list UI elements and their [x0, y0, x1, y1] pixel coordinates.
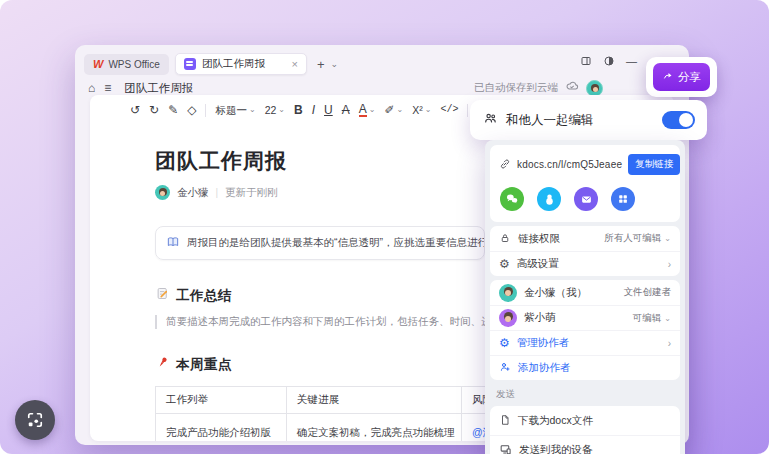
share-button-label: 分享 — [678, 70, 701, 85]
share-link-url[interactable]: kdocs.cn/l/cmQ5Jeaee — [517, 159, 622, 170]
user-avatar[interactable] — [586, 80, 603, 97]
coedit-card: 和他人一起编辑 — [470, 100, 707, 140]
coedit-toggle[interactable] — [662, 111, 695, 129]
share-apps-row — [490, 179, 680, 222]
theme-icon[interactable] — [603, 55, 615, 67]
member-role-dropdown[interactable]: 可编辑⌄ — [633, 312, 671, 325]
email-icon[interactable] — [574, 187, 598, 211]
member-name: 金小獴（我） — [524, 286, 587, 300]
share-arrow-icon — [662, 70, 674, 84]
table-header-cell: 工作列举 — [156, 387, 287, 414]
wps-office-tab-label: WPS Office — [108, 59, 160, 70]
desktop-background: W WPS Office 团队工作周报 × + ⌄ — [0, 0, 769, 454]
file-icon — [499, 414, 511, 428]
send-to-device-row[interactable]: 发送到我的设备 — [490, 435, 680, 454]
split-view-icon[interactable] — [580, 55, 592, 67]
send-section-label: 发送 — [496, 388, 680, 401]
chevron-down-icon: ⌄ — [664, 314, 671, 323]
minimize-button[interactable]: — — [626, 55, 637, 67]
member-avatar — [499, 309, 517, 327]
underline-button[interactable]: U — [324, 104, 333, 116]
link-icon — [499, 156, 511, 174]
chevron-right-icon: › — [668, 259, 671, 270]
superscript-dropdown[interactable]: X²⌄ — [412, 105, 431, 116]
code-format-button[interactable]: </> — [440, 105, 458, 115]
advanced-label: 高级设置 — [517, 257, 559, 271]
author-avatar — [155, 185, 170, 200]
advanced-settings-row[interactable]: ⚙ 高级设置 › — [490, 251, 680, 276]
member-avatar — [499, 284, 517, 302]
highlight-dropdown[interactable]: ✐⌄ — [384, 104, 403, 116]
device-icon — [499, 443, 512, 454]
document-tab[interactable]: 团队工作周报 × — [175, 53, 307, 75]
doc-table[interactable]: 工作列举 关键进展 风险与 完成产品功能介绍初版 确定文案初稿，完成亮点功能梳理… — [155, 386, 488, 441]
permission-card: 链接权限 所有人可编辑⌄ ⚙ 高级设置 › — [490, 226, 680, 276]
hamburger-menu-icon[interactable]: ≡ — [104, 81, 111, 95]
members-card: 金小獴（我） 文件创建者 紫小萌 可编辑⌄ ⚙ 管理协作者 › — [490, 280, 680, 380]
format-painter-icon[interactable]: ✎ — [168, 104, 178, 116]
lock-icon — [499, 232, 511, 246]
link-row: kdocs.cn/l/cmQ5Jeaee 复制链接 — [490, 145, 680, 179]
home-icon[interactable]: ⌂ — [88, 81, 95, 95]
chevron-down-icon: ⌄ — [249, 106, 256, 114]
paragraph-style-dropdown[interactable]: 标题一⌄ — [215, 105, 255, 116]
screenshot-button[interactable] — [15, 400, 55, 440]
autosave-status: 已自动保存到云端 — [474, 81, 558, 95]
link-permission-row[interactable]: 链接权限 所有人可编辑⌄ — [490, 226, 680, 251]
section-title: 工作总结 — [176, 287, 232, 305]
section-title: 本周重点 — [176, 356, 232, 374]
clear-format-icon[interactable]: ◇ — [187, 104, 196, 116]
manage-collaborators-row[interactable]: ⚙ 管理协作者 › — [490, 330, 680, 355]
person-plus-icon — [499, 361, 511, 375]
byline-divider: | — [216, 187, 219, 198]
copy-link-button[interactable]: 复制链接 — [628, 154, 680, 175]
updated-time: 更新于刚刚 — [225, 186, 278, 200]
tab-bar: W WPS Office 团队工作周报 × + ⌄ — [75, 45, 689, 75]
memo-icon — [155, 286, 170, 305]
pushpin-icon — [155, 355, 170, 374]
permission-label: 链接权限 — [518, 232, 560, 246]
doc-callout: 周报目的是给团队提供最基本的“信息透明”，应挑选重要信息进行阐述 — [155, 226, 485, 260]
tab-list-chevron-icon[interactable]: ⌄ — [330, 59, 338, 69]
download-docx-row[interactable]: 下载为docx文件 — [490, 406, 680, 435]
redo-icon[interactable]: ↻ — [149, 104, 159, 116]
close-tab-icon[interactable]: × — [291, 58, 297, 70]
undo-icon[interactable]: ↺ — [130, 104, 140, 116]
wechat-icon[interactable] — [500, 187, 524, 211]
add-collaborator-row[interactable]: 添加协作者 — [490, 355, 680, 380]
link-card: kdocs.cn/l/cmQ5Jeaee 复制链接 — [490, 145, 680, 222]
download-docx-label: 下载为docx文件 — [518, 414, 593, 428]
bold-button[interactable]: B — [294, 104, 303, 116]
chevron-right-icon: › — [668, 338, 671, 349]
member-row-editor[interactable]: 紫小萌 可编辑⌄ — [490, 305, 680, 330]
italic-button[interactable]: I — [312, 104, 315, 116]
callout-text: 周报目的是给团队提供最基本的“信息透明”，应挑选重要信息进行阐述 — [187, 236, 485, 250]
share-button[interactable]: 分享 — [653, 63, 710, 91]
doc-table-wrap: 工作列举 关键进展 风险与 完成产品功能介绍初版 确定文案初稿，完成亮点功能梳理… — [155, 386, 488, 441]
table-cell: 完成产品功能介绍初版 — [156, 414, 287, 442]
table-header-cell: 关键进展 — [287, 387, 462, 414]
send-card: 下载为docx文件 发送到我的设备 — [490, 406, 680, 454]
qq-icon[interactable] — [537, 187, 561, 211]
chevron-down-icon: ⌄ — [278, 106, 285, 114]
book-icon — [166, 235, 180, 251]
section-placeholder-text: 简要描述本周完成的工作内容和下周的工作计划，包括任务、时间、进度 — [155, 315, 485, 329]
member-row-owner[interactable]: 金小獴（我） 文件创建者 — [490, 280, 680, 305]
strikethrough-button[interactable]: A — [342, 104, 350, 116]
share-button-spotlight: 分享 — [646, 57, 717, 97]
manage-label: 管理协作者 — [517, 336, 570, 350]
send-to-device-label: 发送到我的设备 — [519, 443, 593, 454]
chevron-down-icon: ⌄ — [664, 234, 671, 243]
table-cell: 确定文案初稿，完成亮点功能梳理 — [287, 414, 462, 442]
member-name: 紫小萌 — [524, 311, 556, 325]
manage-gear-icon: ⚙ — [499, 336, 510, 350]
wps-office-tab[interactable]: W WPS Office — [84, 54, 169, 75]
new-tab-button[interactable]: + — [317, 57, 325, 72]
font-color-dropdown[interactable]: A⌄ — [359, 103, 376, 117]
table-header-row: 工作列举 关键进展 风险与 — [156, 387, 489, 414]
coedit-label: 和他人一起编辑 — [506, 112, 594, 129]
more-apps-grid-icon[interactable] — [611, 187, 635, 211]
font-size-dropdown[interactable]: 22⌄ — [265, 105, 285, 116]
permission-value-dropdown[interactable]: 所有人可编辑⌄ — [604, 232, 671, 245]
window-controls: — — [580, 55, 637, 67]
